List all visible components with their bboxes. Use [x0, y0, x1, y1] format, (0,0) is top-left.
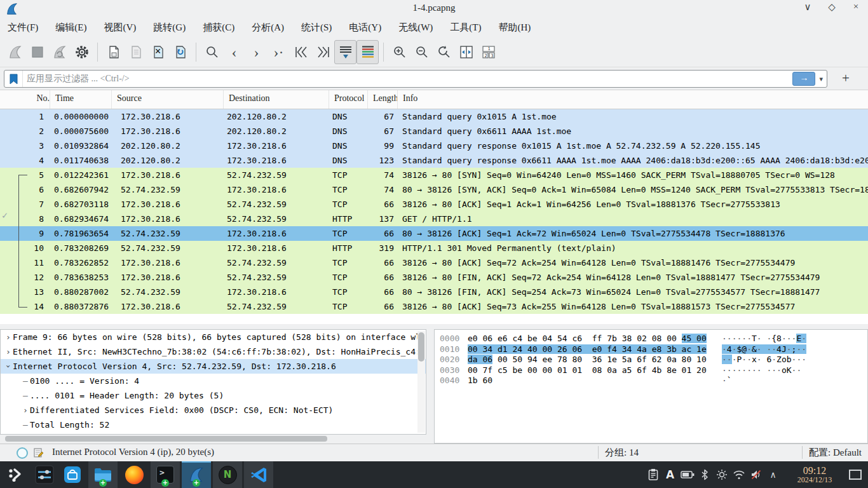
- battery-icon[interactable]: [679, 461, 696, 488]
- packet-row-10[interactable]: 100.78320826952.74.232.59172.30.218.6HTT…: [0, 241, 868, 255]
- detail-row-1[interactable]: ›Ethernet II, Src: NewH3CTechno_7b:38:02…: [1, 344, 426, 359]
- packet-row-5[interactable]: 50.012242361172.30.218.652.74.232.59TCP7…: [0, 168, 868, 182]
- apply-filter-button[interactable]: →: [792, 72, 815, 86]
- wifi-icon[interactable]: [730, 461, 747, 488]
- show-desktop-button[interactable]: [849, 470, 862, 480]
- detail-row-5[interactable]: ›Differentiated Services Field: 0x00 (DS…: [1, 403, 426, 417]
- hex-row-0000[interactable]: 0000e0 06 e6 c4 be 04 54 c6 ff 7b 38 02 …: [435, 334, 867, 344]
- filter-dropdown-caret[interactable]: ▾: [819, 75, 823, 83]
- input-method-icon[interactable]: A: [661, 461, 679, 488]
- hex-bytes[interactable]: 00 34 d1 24 40 00 26 06 e0 f4 34 4a e8 3…: [468, 344, 707, 354]
- profile-label[interactable]: 配置: Default: [809, 447, 862, 459]
- auto-scroll-icon[interactable]: [334, 40, 356, 64]
- clock-widget[interactable]: 09:12 2024/12/13: [785, 465, 844, 485]
- hex-ascii[interactable]: ·4·$@·&· ··4J·;··: [722, 344, 806, 354]
- packet-row-1[interactable]: 10.000000000172.30.218.6202.120.80.2DNS6…: [0, 109, 868, 124]
- hex-bytes[interactable]: e0 06 e6 c4 be 04 54 c6 ff 7b 38 02 08 0…: [468, 334, 707, 343]
- detail-horizontal-scrollbar[interactable]: [0, 435, 426, 443]
- column-header-length[interactable]: Length: [368, 90, 398, 109]
- brightness-icon[interactable]: [713, 461, 730, 488]
- menu-item-6[interactable]: 统计(S): [301, 22, 332, 34]
- bluetooth-icon[interactable]: [696, 461, 713, 488]
- zoom-out-icon[interactable]: [410, 40, 433, 64]
- hex-row-0040[interactable]: 00401b 60·`: [435, 376, 867, 386]
- menu-item-3[interactable]: 跳转(G): [153, 22, 186, 34]
- packet-row-14[interactable]: 140.880372876172.30.218.652.74.232.59TCP…: [0, 299, 868, 314]
- menu-item-10[interactable]: 帮助(H): [498, 22, 531, 34]
- maximize-button[interactable]: ◇: [826, 1, 837, 13]
- hex-row-0030[interactable]: 003000 7f c5 be 00 00 01 01 08 0a a5 6f …: [435, 365, 867, 376]
- filter-bookmark-icon[interactable]: [4, 71, 23, 87]
- restart-capture-icon[interactable]: [48, 40, 71, 64]
- go-first-packet-icon[interactable]: [290, 40, 312, 64]
- column-header-source[interactable]: Source: [112, 90, 224, 109]
- packet-list[interactable]: ✓ 10.000000000172.30.218.6202.120.80.2DN…: [0, 109, 868, 324]
- go-back-icon[interactable]: ‹: [223, 40, 245, 64]
- stop-capture-icon[interactable]: [26, 40, 48, 64]
- tray-expand-icon[interactable]: ∧: [764, 461, 782, 488]
- menu-item-1[interactable]: 编辑(E): [55, 22, 86, 34]
- column-header-protocol[interactable]: Protocol: [329, 90, 368, 109]
- display-filter-input[interactable]: 应用显示过滤器 ... <Ctrl-/> → ▾: [4, 70, 827, 88]
- packet-row-8[interactable]: 80.682934674172.30.218.652.74.232.59HTTP…: [0, 212, 868, 226]
- go-forward-icon[interactable]: ›: [245, 40, 268, 64]
- add-filter-button[interactable]: +: [837, 70, 854, 86]
- terminal-task[interactable]: > +: [151, 461, 180, 488]
- menu-item-5[interactable]: 分析(A): [252, 22, 284, 34]
- neovim-task[interactable]: N: [213, 461, 242, 488]
- packet-row-12[interactable]: 120.783638253172.30.218.652.74.232.59TCP…: [0, 270, 868, 285]
- hex-ascii[interactable]: ········ ···oK··: [722, 365, 806, 375]
- layout-icon[interactable]: 123: [477, 40, 499, 64]
- menu-item-7[interactable]: 电话(Y): [349, 22, 381, 34]
- detail-vertical-scrollbar[interactable]: [417, 331, 425, 433]
- app-launcher-icon[interactable]: [0, 461, 31, 488]
- capture-comment-icon[interactable]: [33, 447, 43, 461]
- column-header-destination[interactable]: Destination: [224, 90, 329, 109]
- menu-item-4[interactable]: 捕获(C): [203, 22, 234, 34]
- close-file-icon[interactable]: ×: [147, 40, 169, 64]
- minimize-button[interactable]: ∨: [802, 1, 813, 13]
- expander-expanded-icon[interactable]: ›: [1, 362, 16, 371]
- firefox-icon[interactable]: [119, 461, 149, 488]
- detail-row-0[interactable]: ›Frame 9: 66 bytes on wire (528 bits), 6…: [1, 330, 426, 344]
- find-packet-icon[interactable]: [201, 40, 223, 64]
- menu-item-9[interactable]: 工具(T): [450, 22, 481, 34]
- detail-row-4[interactable]: –.... 0101 = Header Length: 20 bytes (5): [1, 388, 426, 403]
- hex-bytes[interactable]: da 06 00 50 94 ee 78 80 36 1e 5a 6f 62 0…: [468, 355, 707, 364]
- reload-file-icon[interactable]: ↻: [169, 40, 191, 64]
- packet-row-4[interactable]: 40.011740638202.120.80.2172.30.218.6DNS1…: [0, 153, 868, 168]
- hex-row-0010[interactable]: 001000 34 d1 24 40 00 26 06 e0 f4 34 4a …: [435, 344, 867, 355]
- volume-muted-icon[interactable]: [747, 461, 764, 488]
- file-manager-task[interactable]: +: [88, 461, 118, 488]
- hex-bytes[interactable]: 1b 60: [468, 376, 492, 385]
- column-header-no[interactable]: No.: [0, 90, 50, 109]
- menu-item-2[interactable]: 视图(V): [104, 22, 137, 34]
- menu-item-8[interactable]: 无线(W): [398, 22, 433, 34]
- vscode-task[interactable]: [244, 461, 273, 488]
- expander-collapsed-icon[interactable]: ›: [4, 344, 13, 359]
- pane-splitter[interactable]: [0, 324, 868, 329]
- start-capture-icon[interactable]: [4, 40, 26, 64]
- go-to-packet-icon[interactable]: ›·: [268, 40, 290, 64]
- packet-detail-pane[interactable]: ›Frame 9: 66 bytes on wire (528 bits), 6…: [0, 329, 426, 435]
- discover-icon[interactable]: [58, 461, 86, 488]
- close-button[interactable]: ×: [850, 1, 862, 13]
- hex-bytes[interactable]: 00 7f c5 be 00 00 01 01 08 0a a5 6f 4b 8…: [468, 365, 707, 375]
- system-settings-icon[interactable]: [31, 461, 58, 488]
- packet-row-2[interactable]: 20.000075600172.30.218.6202.120.80.2DNS6…: [0, 124, 868, 139]
- go-last-packet-icon[interactable]: [312, 40, 334, 64]
- save-file-icon[interactable]: [125, 40, 147, 64]
- detail-row-6[interactable]: –Total Length: 52: [1, 417, 426, 432]
- capture-options-icon[interactable]: [71, 40, 93, 64]
- colorize-icon[interactable]: [356, 40, 379, 64]
- hex-ascii[interactable]: ···P··x· 6·Zob···: [722, 355, 806, 364]
- hex-row-0020[interactable]: 0020da 06 00 50 94 ee 78 80 36 1e 5a 6f …: [435, 355, 867, 365]
- expander-collapsed-icon[interactable]: ›: [21, 403, 30, 417]
- detail-row-2[interactable]: ›Internet Protocol Version 4, Src: 52.74…: [1, 359, 426, 374]
- column-header-info[interactable]: Info: [398, 90, 868, 109]
- zoom-reset-icon[interactable]: [433, 40, 455, 64]
- menu-item-0[interactable]: 文件(F): [8, 22, 38, 34]
- wireshark-task[interactable]: +: [182, 461, 211, 488]
- resize-columns-icon[interactable]: [455, 40, 477, 64]
- expert-info-icon[interactable]: [17, 447, 28, 459]
